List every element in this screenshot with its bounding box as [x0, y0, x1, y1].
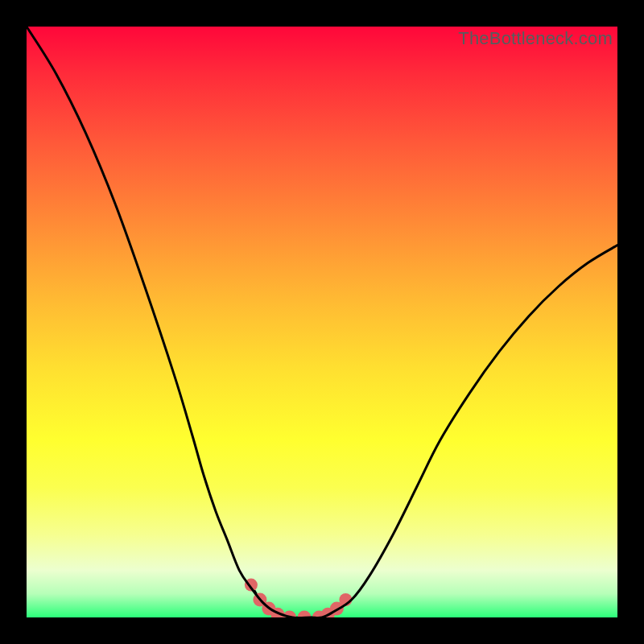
outer-frame: TheBottleneck.com	[0, 0, 644, 644]
plot-area: TheBottleneck.com	[27, 27, 617, 617]
chart-svg	[27, 27, 617, 617]
bottleneck-curve	[27, 27, 617, 617]
